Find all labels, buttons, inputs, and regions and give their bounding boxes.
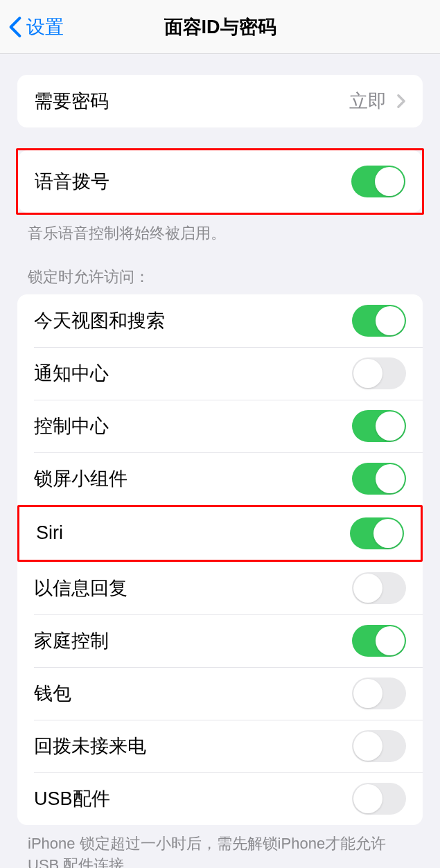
siri-highlight: Siri bbox=[17, 505, 423, 562]
voice-dial-highlight: 语音拨号 bbox=[16, 148, 424, 215]
allow-access-row: 通知中心 bbox=[17, 347, 423, 400]
allow-access-footer: iPhone 锁定超过一小时后，需先解锁iPhone才能允许USB 配件连接。 bbox=[0, 825, 440, 868]
back-label: 设置 bbox=[26, 15, 64, 39]
allow-access-label: 以信息回复 bbox=[34, 576, 127, 601]
allow-access-toggle[interactable] bbox=[352, 572, 406, 604]
allow-access-row: 以信息回复 bbox=[17, 562, 423, 614]
allow-access-toggle[interactable] bbox=[352, 677, 406, 709]
allow-access-label: 通知中心 bbox=[34, 361, 109, 386]
allow-access-row: USB配件 bbox=[17, 772, 423, 825]
allow-access-toggle[interactable] bbox=[352, 463, 406, 495]
chevron-left-icon bbox=[8, 16, 22, 38]
voice-dial-row: 语音拨号 bbox=[18, 150, 422, 213]
allow-access-toggle[interactable] bbox=[352, 730, 406, 762]
allow-access-label: Siri bbox=[36, 522, 63, 544]
allow-access-label: 今天视图和搜索 bbox=[34, 308, 165, 333]
allow-access-row: 家庭控制 bbox=[17, 614, 423, 667]
allow-access-toggle[interactable] bbox=[352, 357, 406, 389]
allow-access-row: 锁屏小组件 bbox=[17, 452, 423, 505]
allow-access-label: 锁屏小组件 bbox=[34, 466, 127, 491]
require-passcode-row[interactable]: 需要密码 立即 bbox=[17, 75, 423, 127]
allow-access-label: USB配件 bbox=[34, 786, 110, 811]
voice-dial-footer: 音乐语音控制将始终被启用。 bbox=[0, 215, 440, 245]
voice-dial-toggle[interactable] bbox=[351, 166, 405, 197]
allow-access-toggle[interactable] bbox=[352, 410, 406, 442]
allow-access-list: 今天视图和搜索通知中心控制中心锁屏小组件Siri以信息回复家庭控制钱包回拨未接来… bbox=[17, 294, 423, 825]
allow-access-row: Siri bbox=[19, 507, 421, 560]
allow-access-row: 控制中心 bbox=[17, 400, 423, 452]
allow-access-label: 钱包 bbox=[34, 681, 71, 706]
allow-access-header: 锁定时允许访问： bbox=[0, 267, 440, 294]
allow-access-toggle[interactable] bbox=[350, 517, 404, 549]
back-button[interactable]: 设置 bbox=[0, 15, 64, 39]
allow-access-row: 回拨未接来电 bbox=[17, 720, 423, 772]
chevron-right-icon bbox=[396, 94, 406, 109]
allow-access-row: 钱包 bbox=[17, 667, 423, 720]
navigation-bar: 设置 面容ID与密码 bbox=[0, 0, 440, 54]
allow-access-toggle[interactable] bbox=[352, 783, 406, 815]
page-title: 面容ID与密码 bbox=[164, 15, 276, 39]
allow-access-toggle[interactable] bbox=[352, 625, 406, 657]
require-passcode-value: 立即 bbox=[349, 89, 387, 114]
allow-access-row: 今天视图和搜索 bbox=[17, 294, 423, 347]
allow-access-label: 家庭控制 bbox=[34, 628, 109, 653]
allow-access-label: 控制中心 bbox=[34, 414, 109, 439]
require-passcode-label: 需要密码 bbox=[34, 89, 109, 114]
allow-access-label: 回拨未接来电 bbox=[34, 734, 146, 759]
allow-access-toggle[interactable] bbox=[352, 305, 406, 337]
voice-dial-label: 语音拨号 bbox=[35, 169, 109, 194]
